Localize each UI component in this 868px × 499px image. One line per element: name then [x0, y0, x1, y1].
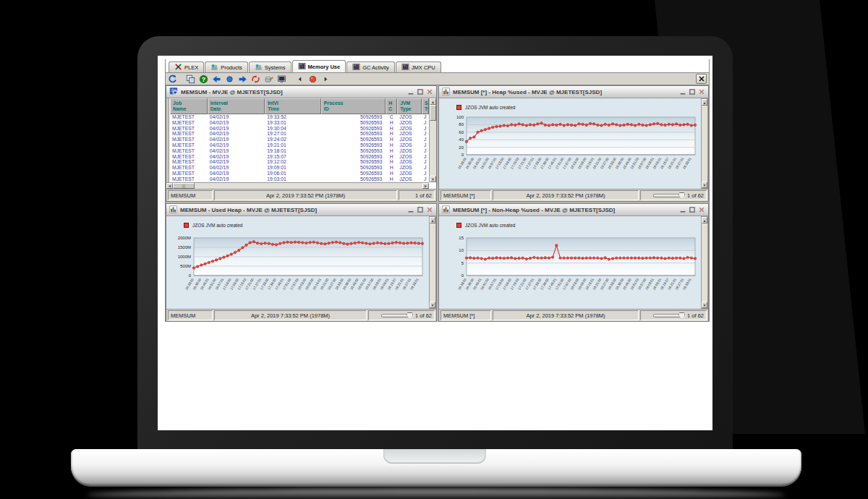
status-timestamp: Apr 2, 2019 7:33:52 PM (1978M) — [214, 310, 367, 320]
svg-text:0: 0 — [189, 273, 192, 278]
svg-text:1500M: 1500M — [178, 245, 191, 250]
workspace-close-button[interactable] — [696, 74, 707, 84]
column-header-intvl[interactable]: IntVlTime — [265, 98, 321, 114]
laptop-mockup: PLEXProductsSystemsMemory UseGC Activity… — [0, 0, 868, 499]
tab-jmx-cpu[interactable]: JMX CPU — [396, 61, 441, 72]
minimize-button[interactable] — [679, 88, 686, 95]
screen-icon[interactable] — [277, 74, 286, 84]
legend-label: JZOS JVM auto created — [465, 105, 515, 110]
status-view-name: MEMSUM — [168, 190, 213, 200]
table-row[interactable]: MJETEST04/02/1919:18:0150926593HJZOSJ — [170, 148, 429, 154]
prev-icon[interactable] — [295, 74, 305, 84]
help-icon[interactable]: ? — [199, 74, 208, 84]
table-row[interactable]: MJETEST04/02/1919:30:0450926593HJZOSJ — [170, 126, 429, 132]
non-heap-pct-panel: MEMSUM [*] - Non-Heap %used - MVJE @ MJE… — [438, 203, 709, 322]
status-timestamp: Apr 2, 2019 7:33:52 PM (1978M) — [493, 310, 639, 320]
chart-legend: JZOS JVM auto created — [456, 223, 515, 228]
maximize-button[interactable] — [689, 206, 696, 213]
history-slider-track[interactable] — [381, 314, 409, 317]
history-slider-track[interactable] — [653, 194, 681, 197]
status-page-indicator: 1 of 62 — [368, 310, 435, 320]
table-row[interactable]: MJETEST04/02/1919:21:0150926593HJZOSJ — [170, 142, 429, 148]
tab-memory-use[interactable]: Memory Use — [292, 60, 346, 72]
tab-systems[interactable]: Systems — [249, 61, 292, 72]
pause-icon[interactable] — [225, 74, 234, 84]
column-header-h[interactable]: HC — [386, 98, 397, 114]
forward-icon[interactable] — [238, 74, 247, 84]
column-header-jvm[interactable]: JVMType — [397, 98, 422, 114]
history-slider-thumb[interactable] — [678, 192, 685, 199]
chart-vertical-scrollbar[interactable]: ▲▼ — [429, 216, 436, 309]
back-icon[interactable] — [212, 74, 221, 84]
column-header-interval[interactable]: IntervalDate — [208, 98, 265, 114]
close-button[interactable] — [698, 88, 705, 95]
svg-text:15: 15 — [459, 236, 464, 240]
record-icon[interactable] — [308, 74, 318, 84]
table-row[interactable]: MJETEST04/02/1919:09:0150926593HJZOSJ — [170, 165, 429, 171]
chart-vertical-scrollbar[interactable]: ▲▼ — [701, 98, 708, 189]
status-view-name: MEMSUM [*] — [441, 310, 491, 320]
svg-text:500M: 500M — [180, 264, 191, 268]
maximize-button[interactable] — [417, 88, 424, 95]
tab-plex[interactable]: PLEX — [169, 61, 204, 72]
toolbar: ? — [166, 72, 709, 85]
table-row[interactable]: MJETEST04/02/1919:33:0150926593HJZOSJ — [170, 120, 429, 126]
column-header-process[interactable]: ProcessID — [321, 98, 386, 114]
history-slider-thumb[interactable] — [678, 312, 685, 319]
monitoring-app-window: PLEXProductsSystemsMemory UseGC Activity… — [165, 59, 710, 322]
table-header[interactable]: JobNameIntervalDateIntVlTimeProcessIDHCJ… — [170, 98, 429, 114]
svg-text:10: 10 — [459, 248, 464, 252]
panel-title-bar[interactable]: MEMSUM - Used Heap - MVJE @ MJETEST[SJSD… — [166, 204, 436, 216]
page-count: 1 of 62 — [687, 192, 704, 199]
close-button[interactable] — [426, 206, 433, 213]
panel-title-bar[interactable]: MEMSUM - MVJE @ MJETEST[SJSD] — [166, 86, 436, 98]
products-icon — [210, 63, 218, 72]
legend-swatch — [184, 223, 189, 228]
legend-swatch — [456, 105, 461, 110]
table-row[interactable]: MJETEST04/02/1919:24:0250926593HJZOSJ — [170, 137, 429, 142]
panel-status-bar: MEMSUM [*] Apr 2, 2019 7:33:52 PM (1978M… — [439, 309, 708, 321]
column-header-s[interactable]: STy — [422, 98, 429, 114]
tab-label: Systems — [265, 64, 286, 71]
panel-status-bar: MEMSUM [*] Apr 2, 2019 7:33:52 PM (1978M… — [439, 189, 708, 201]
legend-label: JZOS JVM auto created — [465, 223, 515, 228]
next-icon[interactable] — [321, 74, 331, 84]
table-row[interactable]: MJETEST04/02/1919:27:0150926593HJZOSJ — [170, 131, 429, 137]
table-row[interactable]: MJETEST04/02/1919:15:0750926593HJZOSJ — [170, 154, 429, 160]
minimize-button[interactable] — [679, 206, 686, 213]
heap-pct-panel: MEMSUM [*] - Heap %used - MVJE @ MJETEST… — [438, 85, 709, 202]
table-rows: MJETEST04/02/1919:33:5250926593CJZOSJMJE… — [170, 114, 429, 182]
panel-title-bar[interactable]: MEMSUM [*] - Non-Heap %used - MVJE @ MJE… — [439, 204, 708, 216]
status-timestamp: Apr 2, 2019 7:33:52 PM (1978M) — [493, 190, 639, 200]
maximize-button[interactable] — [689, 88, 696, 95]
table-row[interactable]: MJETEST04/02/1919:33:5250926593CJZOSJ — [170, 114, 429, 120]
minimize-button[interactable] — [407, 88, 414, 95]
recycle-icon[interactable] — [251, 74, 260, 84]
history-slider-track[interactable] — [653, 314, 681, 317]
chart-vertical-scrollbar[interactable]: ▲▼ — [701, 216, 708, 309]
svg-text:80: 80 — [459, 122, 464, 127]
maximize-button[interactable] — [417, 206, 424, 213]
column-header-job[interactable]: JobName — [170, 98, 208, 114]
close-button[interactable] — [426, 88, 433, 95]
minimize-button[interactable] — [407, 206, 414, 213]
history-slider-thumb[interactable] — [407, 312, 413, 319]
table-vertical-scrollbar[interactable]: ▲▼ — [429, 98, 436, 182]
panel-title: MEMSUM - MVJE @ MJETEST[SJSD] — [181, 89, 283, 95]
table-horizontal-scrollbar[interactable]: ◄|||► — [166, 182, 429, 189]
erase-db-icon[interactable] — [264, 74, 273, 84]
panel-title-bar[interactable]: MEMSUM [*] - Heap %used - MVJE @ MJETEST… — [439, 86, 708, 98]
copy-window-icon[interactable] — [186, 74, 195, 84]
tab-products[interactable]: Products — [205, 61, 248, 72]
table-row[interactable]: MJETEST04/02/1919:03:0150926593HJZOSJ — [170, 176, 429, 182]
used-heap-panel: MEMSUM - Used Heap - MVJE @ MJETEST[SJSD… — [166, 203, 437, 322]
panel-title: MEMSUM [*] - Non-Heap %used - MVJE @ MJE… — [453, 207, 615, 213]
refresh-icon[interactable] — [168, 74, 177, 84]
tab-gc-activity[interactable]: GC Activity — [346, 61, 395, 72]
laptop-reflection — [87, 489, 786, 499]
table-row[interactable]: MJETEST04/02/1919:12:0250926593HJZOSJ — [170, 159, 429, 165]
table-row[interactable]: MJETEST04/02/1919:06:0150926593HJZOSJ — [170, 171, 429, 176]
panel-status-bar: MEMSUM Apr 2, 2019 7:33:52 PM (1978M) 1 … — [166, 309, 436, 321]
close-button[interactable] — [698, 206, 705, 213]
page-count: 1 of 62 — [415, 312, 432, 319]
